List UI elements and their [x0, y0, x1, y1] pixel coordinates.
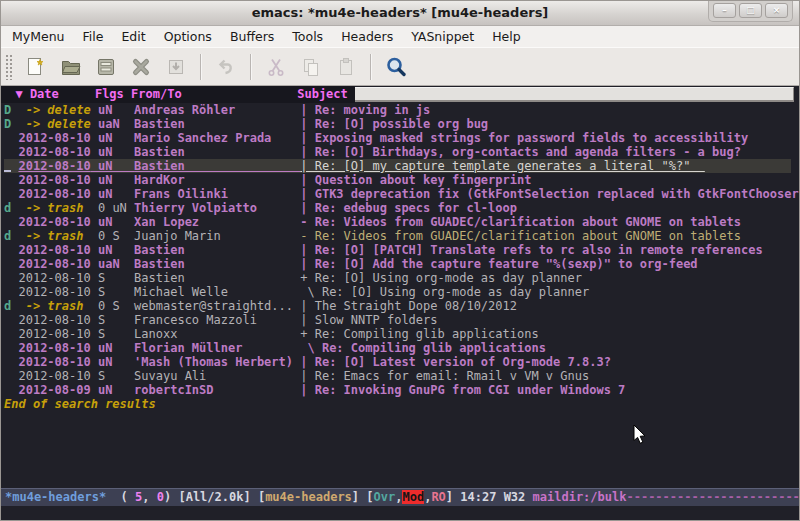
menu-tools[interactable]: Tools	[283, 27, 332, 46]
modeline-segment: Mod	[402, 490, 424, 504]
message-date: 2012-08-10	[18, 313, 90, 327]
message-flags: uN	[91, 145, 134, 159]
mark-indicator	[4, 215, 18, 229]
message-row[interactable]: 2012-08-10 uN Florian Müllner \ Re: Comp…	[4, 341, 791, 355]
toolbar-button-paste	[332, 53, 360, 81]
minimize-button[interactable]: –	[713, 3, 736, 18]
mark-indicator	[4, 131, 18, 145]
message-row[interactable]: 2012-08-10 S Suvayu Ali | Re: Emacs for …	[4, 369, 791, 383]
message-row[interactable]: d -> trash 0 S Juanjo Marin - Re: Videos…	[4, 229, 791, 243]
message-date: 2012-08-10	[18, 355, 90, 369]
menu-edit[interactable]: Edit	[112, 27, 154, 46]
message-row[interactable]: 2012-08-10 uN HardKor | Question about k…	[4, 173, 791, 187]
message-flags: 0 S	[91, 229, 134, 243]
message-from: HardKor	[134, 173, 300, 187]
maximize-button[interactable]: □	[739, 3, 762, 18]
toolbar-separator	[370, 54, 372, 80]
message-row[interactable]: 2012-08-10 S Lanoxx + Re: Compiling glib…	[4, 327, 791, 341]
message-row[interactable]: 2012-08-10 S Francesco Mazzoli | Slow NN…	[4, 313, 791, 327]
menu-help[interactable]: Help	[483, 27, 530, 46]
message-subject: | Slow NNTP folders	[300, 313, 437, 327]
buffer-area: ▼ Date Flgs From/To Subject D -> delete …	[1, 86, 799, 520]
mark-target: -> delete	[18, 103, 90, 117]
close-file-icon	[129, 55, 153, 79]
message-row[interactable]: 2012-08-10 uN Mario Sanchez Prada | Expo…	[4, 131, 791, 145]
open-folder-icon	[59, 55, 83, 79]
mark-target: -> trash	[18, 201, 90, 215]
menu-options[interactable]: Options	[155, 27, 221, 46]
toolbar-button-new-file[interactable]	[22, 53, 50, 81]
message-date: 2012-08-09	[18, 383, 90, 397]
message-subject: | Re: Invoking GnuPG from CGI under Wind…	[300, 383, 625, 397]
message-subject: | The Straight Dope 08/10/2012	[300, 299, 517, 313]
message-date: 2012-08-10	[18, 187, 90, 201]
message-row[interactable]: d -> trash 0 uN Thierry Volpiatto | Re: …	[4, 201, 791, 215]
menu-yasnippet[interactable]: YASnippet	[402, 27, 483, 46]
mark-indicator: d	[4, 299, 18, 313]
toolbar-button-open-folder[interactable]	[57, 53, 85, 81]
mark-indicator	[4, 341, 18, 355]
menu-file[interactable]: File	[74, 27, 113, 46]
header-columns: ▼ Date Flgs From/To Subject	[1, 86, 355, 103]
toolbar-drag-handle[interactable]	[5, 54, 13, 80]
toolbar-button-save-file[interactable]	[92, 53, 120, 81]
message-row[interactable]: D -> delete uN Andreas Röhler | Re: movi…	[4, 103, 791, 117]
message-row[interactable]: 2012-08-10 S Bastien + Re: [O] Using org…	[4, 271, 791, 285]
message-row[interactable]: 2012-08-10 uN 'Mash (Thomas Herbert) | R…	[4, 355, 791, 369]
message-row[interactable]: 2012-08-10 uaN Bastien | Re: [O] Add the…	[4, 257, 791, 271]
message-from: Bastien	[134, 257, 300, 271]
message-row[interactable]: 2012-08-10 uN Bastien | Re: [O] my captu…	[4, 159, 791, 173]
message-row[interactable]: 2012-08-10 uN Frans Oilinki | GTK3 depre…	[4, 187, 791, 201]
message-from: 'Mash (Thomas Herbert)	[134, 355, 300, 369]
message-row[interactable]: 2012-08-10 S Michael Welle \ Re: [O] Usi…	[4, 285, 791, 299]
message-subject: | Exposing masked strings for password f…	[300, 131, 748, 145]
modeline-segment: RO	[431, 490, 445, 504]
message-row[interactable]: 2012-08-10 uN Bastien | Re: [O] [PATCH] …	[4, 243, 791, 257]
mark-target: -> trash	[18, 299, 90, 313]
message-subject: \ Re: [O] Using org-mode as day planner	[300, 285, 589, 299]
toolbar-button-close-file[interactable]	[127, 53, 155, 81]
menu-buffers[interactable]: Buffers	[221, 27, 283, 46]
message-from: Lanoxx	[134, 327, 300, 341]
message-subject: | Re: edebug specs for cl-loop	[300, 201, 517, 215]
message-subject: | GTK3 deprecation fix (GtkFontSelection…	[300, 187, 800, 201]
message-row[interactable]: 2012-08-10 uN Xan Lopez - Re: Videos fro…	[4, 215, 791, 229]
end-of-results-text: End of search results	[4, 397, 799, 411]
message-flags: uN	[91, 173, 134, 187]
message-from: Bastien	[134, 117, 300, 131]
mark-indicator	[4, 145, 18, 159]
message-subject: + Re: [O] Using org-mode as day planner	[300, 271, 582, 285]
modeline-segment: mu4e-headers	[265, 490, 352, 504]
message-from: Bastien	[134, 145, 300, 159]
message-row[interactable]: D -> delete uaN Bastien | Re: [O] possib…	[4, 117, 791, 131]
modeline-segment: ----------------------------------------…	[626, 490, 799, 504]
toolbar-button-search[interactable]	[382, 53, 410, 81]
message-subject: | Re: Emacs for email: Rmail v VM v Gnus	[300, 369, 589, 383]
message-flags: S	[91, 327, 134, 341]
message-flags: 0 S	[91, 299, 134, 313]
message-row[interactable]: 2012-08-10 uN Bastien | Re: [O] Birthday…	[4, 145, 791, 159]
message-row[interactable]: d -> trash 0 S webmaster@straightd... | …	[4, 299, 791, 313]
menu-headers[interactable]: Headers	[332, 27, 402, 46]
toolbar-button-copy	[297, 53, 325, 81]
message-flags: S	[91, 313, 134, 327]
mark-target: -> delete	[18, 117, 90, 131]
message-row[interactable]: 2012-08-09 uN robertcInSD | Re: Invoking…	[4, 383, 791, 397]
mark-indicator	[4, 257, 18, 271]
message-from: Andreas Röhler	[134, 103, 300, 117]
new-file-icon	[24, 55, 48, 79]
text-cursor	[4, 170, 11, 172]
mark-indicator: d	[4, 201, 18, 215]
message-subject: | Re: [O] [PATCH] Translate refs to rc a…	[300, 243, 762, 257]
message-from: Frans Oilinki	[134, 187, 300, 201]
message-subject: | Question about key fingerprint	[300, 173, 531, 187]
menu-mymenu[interactable]: MyMenu	[3, 27, 74, 46]
mark-indicator	[4, 187, 18, 201]
close-button[interactable]: ×	[765, 3, 788, 18]
toolbar-button-save-as	[162, 53, 190, 81]
save-as-icon	[164, 55, 188, 79]
message-date: 2012-08-10	[18, 271, 90, 285]
toolbar-separator	[250, 54, 252, 80]
message-subject: | Re: [O] possible org bug	[300, 117, 488, 131]
window-controls: –□×	[708, 1, 793, 22]
